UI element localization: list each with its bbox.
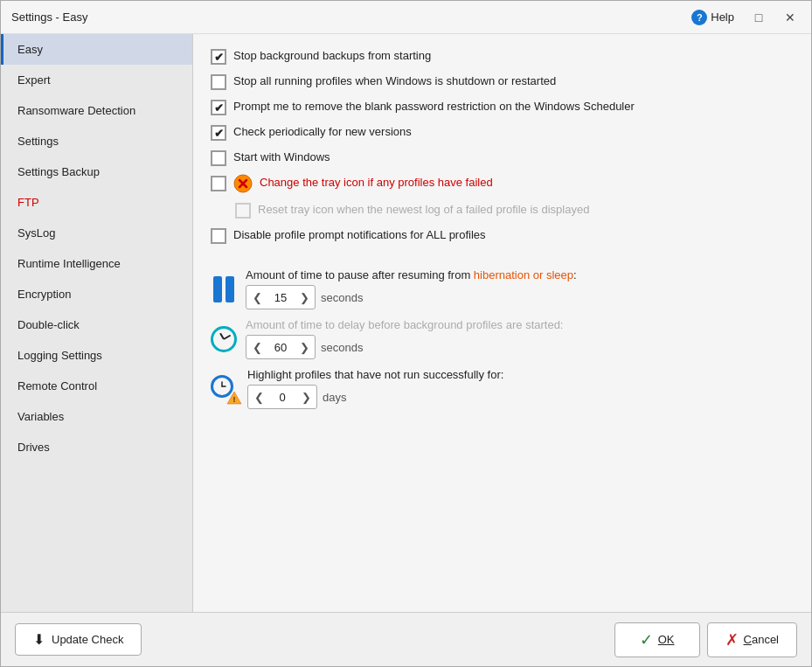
title-bar-left: Settings - Easy [11, 10, 87, 24]
option-prompt-blank: Prompt me to remove the blank password r… [211, 99, 794, 115]
close-button[interactable]: ✕ [776, 5, 804, 30]
label-stop-running: Stop all running profiles when Windows i… [233, 73, 556, 89]
pause-section: Amount of time to pause after resuming f… [211, 268, 794, 309]
bottom-bar: ⬇ Update Check ✓ OK ✗ Cancel [1, 612, 811, 666]
pause-decrement-button[interactable]: ❮ [246, 286, 267, 309]
checkbox-prompt-blank[interactable] [211, 100, 226, 115]
option-check-versions: Check periodically for new versions [211, 124, 794, 141]
label-prompt-blank: Prompt me to remove the blank password r… [233, 99, 635, 115]
pause-label: Amount of time to pause after resuming f… [246, 268, 577, 281]
clock-icon [211, 326, 237, 352]
update-check-button[interactable]: ⬇ Update Check [15, 623, 142, 656]
cancel-button[interactable]: ✗ Cancel [707, 622, 797, 657]
update-check-label: Update Check [52, 633, 123, 646]
sidebar-item-ftp[interactable]: FTP [1, 187, 192, 218]
label-change-tray: Change the tray icon if any profiles hav… [260, 175, 493, 191]
sidebar-item-double-click[interactable]: Double-click [1, 309, 192, 340]
delay-label: Amount of time to delay before backgroun… [246, 318, 563, 331]
tray-fail-icon [233, 174, 253, 193]
bottom-right-buttons: ✓ OK ✗ Cancel [614, 622, 797, 657]
sidebar-item-drives[interactable]: Drives [1, 432, 192, 462]
warning-triangle-icon: ! [226, 391, 242, 405]
warn-clock-icon: ! [211, 375, 239, 403]
content-area: Easy Expert Ransomware Detection Setting… [1, 34, 811, 612]
highlight-spinner-control: ❮ 0 ❯ days [247, 385, 503, 409]
pause-spinner-box: ❮ 15 ❯ [246, 285, 316, 309]
settings-window: Settings - Easy ? Help □ ✕ Easy Expert R… [0, 0, 812, 667]
option-change-tray: Change the tray icon if any profiles hav… [211, 175, 794, 193]
sidebar-item-expert[interactable]: Expert [1, 65, 192, 95]
cancel-label: Cancel [744, 633, 779, 646]
label-disable-prompt: Disable profile prompt notifications for… [233, 227, 486, 243]
pause-icon [211, 274, 237, 305]
delay-value: 60 [267, 341, 294, 354]
title-bar-right: ? Help □ ✕ [684, 5, 804, 30]
delay-increment-button[interactable]: ❯ [294, 336, 315, 358]
label-reset-tray: Reset tray icon when the newest log of a… [258, 202, 589, 218]
option-stop-running: Stop all running profiles when Windows i… [211, 73, 794, 90]
checkbox-stop-background[interactable] [211, 49, 226, 65]
cancel-x-icon: ✗ [725, 630, 739, 650]
sidebar-item-runtime-intelligence[interactable]: Runtime Intelligence [1, 248, 192, 279]
checkbox-reset-tray[interactable] [235, 203, 251, 219]
help-icon: ? [691, 10, 707, 25]
highlight-value: 0 [269, 391, 295, 404]
help-button[interactable]: ? Help [684, 7, 741, 28]
sidebar-item-encryption[interactable]: Encryption [1, 279, 192, 309]
option-stop-background: Stop background backups from starting [211, 48, 794, 65]
pause-unit: seconds [321, 291, 363, 304]
delay-spinner-box: ❮ 60 ❯ [246, 335, 316, 359]
highlight-increment-button[interactable]: ❯ [295, 386, 316, 408]
highlight-section: ! Highlight profiles that have not run s… [211, 368, 794, 409]
pause-increment-button[interactable]: ❯ [294, 286, 315, 309]
svg-text:!: ! [233, 395, 236, 404]
help-label: Help [711, 10, 734, 24]
delay-decrement-button[interactable]: ❮ [246, 336, 267, 358]
highlight-content: Highlight profiles that have not run suc… [247, 368, 503, 409]
sidebar-item-settings[interactable]: Settings [1, 126, 192, 156]
delay-content: Amount of time to delay before backgroun… [246, 318, 563, 359]
option-start-windows: Start with Windows [211, 149, 794, 166]
label-start-windows: Start with Windows [233, 149, 330, 165]
minimize-button[interactable]: □ [745, 5, 773, 30]
sidebar-item-logging-settings[interactable]: Logging Settings [1, 340, 192, 371]
highlight-spinner-box: ❮ 0 ❯ [247, 385, 317, 409]
checkbox-change-tray[interactable] [211, 176, 226, 191]
option-disable-prompt: Disable profile prompt notifications for… [211, 227, 794, 244]
download-icon: ⬇ [33, 631, 45, 648]
highlight-label: Highlight profiles that have not run suc… [247, 368, 503, 381]
pause-spinner-control: ❮ 15 ❯ seconds [246, 285, 577, 309]
delay-spinner-control: ❮ 60 ❯ seconds [246, 335, 563, 359]
highlight-unit: days [323, 391, 346, 404]
checkbox-start-windows[interactable] [211, 150, 226, 166]
ok-button[interactable]: ✓ OK [614, 622, 700, 657]
ok-label: OK [658, 633, 675, 646]
window-title: Settings - Easy [11, 10, 87, 24]
sidebar: Easy Expert Ransomware Detection Setting… [1, 34, 193, 612]
sidebar-item-variables[interactable]: Variables [1, 401, 192, 432]
checkbox-stop-running[interactable] [211, 74, 226, 90]
sidebar-item-settings-backup[interactable]: Settings Backup [1, 156, 192, 187]
ok-check-icon: ✓ [640, 630, 653, 650]
checkbox-disable-prompt[interactable] [211, 228, 226, 244]
label-check-versions: Check periodically for new versions [233, 124, 412, 140]
checkbox-check-versions[interactable] [211, 125, 226, 141]
sidebar-item-remote-control[interactable]: Remote Control [1, 371, 192, 401]
highlight-decrement-button[interactable]: ❮ [248, 386, 269, 408]
sidebar-item-ransomware-detection[interactable]: Ransomware Detection [1, 95, 192, 126]
option-reset-tray: Reset tray icon when the newest log of a… [235, 202, 794, 219]
delay-section: Amount of time to delay before backgroun… [211, 318, 794, 359]
sidebar-item-easy[interactable]: Easy [1, 34, 192, 65]
delay-unit: seconds [321, 341, 363, 354]
sidebar-item-syslog[interactable]: SysLog [1, 218, 192, 248]
main-content: Stop background backups from starting St… [193, 34, 811, 612]
label-stop-background: Stop background backups from starting [233, 48, 431, 64]
title-bar: Settings - Easy ? Help □ ✕ [1, 1, 811, 34]
pause-content: Amount of time to pause after resuming f… [246, 268, 577, 309]
pause-value: 15 [267, 291, 294, 304]
